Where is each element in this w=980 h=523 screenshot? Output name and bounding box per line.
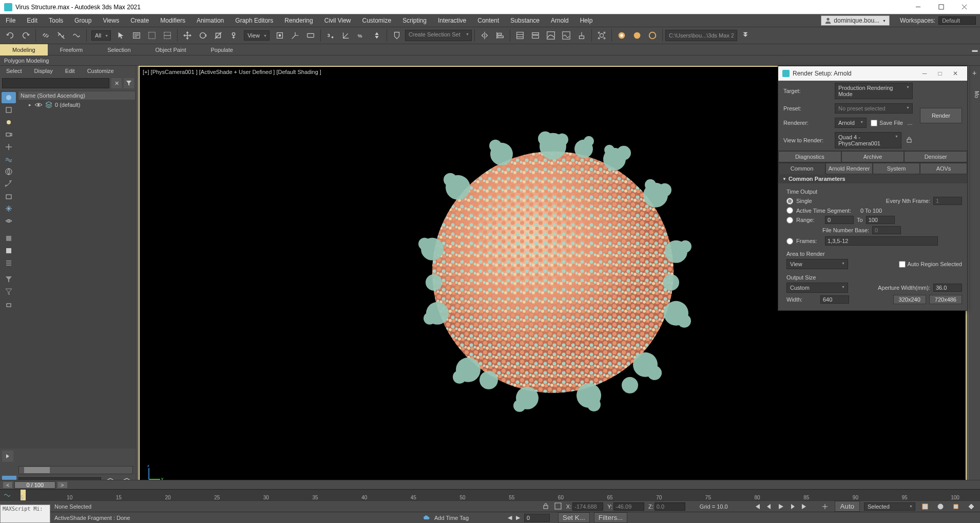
material-editor-button[interactable] <box>574 28 589 43</box>
filter-all-icon[interactable] <box>2 92 16 103</box>
target-dropdown[interactable]: Production Rendering Mode <box>835 83 913 99</box>
goto-end-button[interactable] <box>799 501 810 512</box>
y-coord-input[interactable] <box>613 502 644 511</box>
filter-none-icon[interactable] <box>2 233 16 244</box>
dialog-maximize-button[interactable]: □ <box>932 70 948 77</box>
preset-dropdown[interactable]: No preset selected <box>835 103 913 114</box>
tab-archive[interactable]: Archive <box>841 151 905 162</box>
track-next-button[interactable]: > <box>57 482 67 488</box>
selection-lock-icon[interactable] <box>2 298 16 310</box>
menu-substance[interactable]: Substance <box>505 14 545 27</box>
project-path-field[interactable] <box>665 30 737 41</box>
ribbon-minimize-button[interactable]: ▬ <box>970 45 980 54</box>
menu-group[interactable]: Group <box>69 14 97 27</box>
command-panel-collapsed[interactable]: + Mo <box>969 66 980 490</box>
area-dropdown[interactable]: View <box>786 259 848 269</box>
menu-civil-view[interactable]: Civil View <box>319 14 357 27</box>
scene-search-input[interactable] <box>2 78 109 88</box>
file-number-base-input[interactable] <box>872 226 901 234</box>
next-frame-button[interactable] <box>787 501 798 512</box>
rollout-common-parameters[interactable]: Common Parameters <box>778 174 967 183</box>
tab-denoiser[interactable]: Denoiser <box>904 151 967 162</box>
placement-button[interactable] <box>226 28 241 43</box>
play-expand-button[interactable] <box>2 451 13 462</box>
pivot-center-button[interactable] <box>273 28 287 43</box>
width-input[interactable] <box>820 295 849 304</box>
render-setup-button[interactable] <box>594 28 609 43</box>
spinner-snap-button[interactable] <box>370 28 384 43</box>
timeline-nav-left[interactable]: ◀ <box>508 514 512 521</box>
toggle-ribbon-button[interactable] <box>528 28 543 43</box>
menu-arnold[interactable]: Arnold <box>545 14 574 27</box>
auto-region-checkbox[interactable]: Auto Region Selected <box>899 261 962 268</box>
prev-frame-button[interactable] <box>763 501 775 512</box>
menu-content[interactable]: Content <box>472 14 505 27</box>
filter-frozen-icon[interactable] <box>2 203 16 214</box>
filter-container-icon[interactable] <box>2 191 16 202</box>
more-button[interactable]: … <box>907 120 913 126</box>
radio-active-segment[interactable] <box>786 207 793 214</box>
maximize-button[interactable] <box>930 0 953 14</box>
align-button[interactable] <box>493 28 507 43</box>
rotate-button[interactable] <box>196 28 210 43</box>
preset-320x240-button[interactable]: 320x240 <box>893 295 926 304</box>
filter-spacewarp-icon[interactable] <box>2 154 16 165</box>
cloud-icon[interactable] <box>422 513 430 522</box>
tab-aovs[interactable]: AOVs <box>920 163 967 174</box>
scene-tab-display[interactable]: Display <box>28 66 59 76</box>
render-prod-button[interactable] <box>645 28 660 43</box>
link-button[interactable] <box>39 28 53 43</box>
lock-view-icon[interactable] <box>906 136 913 144</box>
filter-invert-icon[interactable] <box>2 245 16 256</box>
filter-helper-icon[interactable] <box>2 141 16 153</box>
unlink-button[interactable] <box>54 28 68 43</box>
ribbon-tab-populate[interactable]: Populate <box>198 44 245 55</box>
angle-snap-button[interactable] <box>339 28 353 43</box>
funnel2-icon[interactable] <box>2 286 16 297</box>
expand-toolbar-button[interactable] <box>738 28 753 43</box>
menu-scripting[interactable]: Scripting <box>397 14 432 27</box>
menu-file[interactable]: File <box>0 14 21 27</box>
menu-views[interactable]: Views <box>97 14 125 27</box>
scene-tab-customize[interactable]: Customize <box>81 66 120 76</box>
keyboard-shortcut-button[interactable] <box>303 28 318 43</box>
menu-edit[interactable]: Edit <box>21 14 43 27</box>
set-key-button[interactable]: Set K... <box>558 512 590 523</box>
view-to-render-dropdown[interactable]: Quad 4 - PhysCamera001 <box>835 132 901 148</box>
save-file-checkbox[interactable]: Save File <box>871 120 903 126</box>
isolate-icon[interactable] <box>554 502 562 511</box>
maxscript-mini-listener[interactable]: MAXScript Mi: <box>0 505 50 523</box>
user-account[interactable]: dominique.bou...▼ <box>821 15 890 26</box>
menu-modifiers[interactable]: Modifiers <box>155 14 191 27</box>
move-button[interactable] <box>180 28 195 43</box>
timeline[interactable]: 5101520253035404550556065707580859095100 <box>0 489 980 500</box>
nth-frame-input[interactable] <box>933 197 962 205</box>
close-button[interactable] <box>953 0 976 14</box>
funnel-icon[interactable] <box>2 274 16 285</box>
menu-graph-editors[interactable]: Graph Editors <box>229 14 279 27</box>
menu-tools[interactable]: Tools <box>43 14 69 27</box>
radio-frames[interactable] <box>786 238 793 245</box>
selection-set-dropdown[interactable]: Create Selection Set <box>405 30 472 41</box>
render-button[interactable] <box>630 28 644 43</box>
filter-hidden-icon[interactable] <box>2 215 16 227</box>
goto-start-button[interactable] <box>752 501 763 512</box>
reference-coord-dropdown[interactable]: View <box>244 30 270 41</box>
filter-light-icon[interactable] <box>2 117 16 128</box>
curve-editor-button[interactable] <box>544 28 558 43</box>
z-coord-input[interactable] <box>655 502 685 511</box>
auto-key-button[interactable]: Auto <box>835 501 860 512</box>
nav-icon-4[interactable] <box>966 501 977 512</box>
nav-icon-3[interactable] <box>950 501 962 512</box>
radio-single[interactable] <box>786 198 793 204</box>
ribbon-tab-freeform[interactable]: Freeform <box>48 44 95 55</box>
scene-h-scroll[interactable] <box>18 466 133 474</box>
menu-customize[interactable]: Customize <box>357 14 397 27</box>
dialog-minimize-button[interactable]: ─ <box>917 70 932 77</box>
filter-group-icon[interactable] <box>2 166 16 177</box>
nav-icon-1[interactable] <box>919 501 931 512</box>
play-button[interactable] <box>775 501 786 512</box>
aperture-input[interactable] <box>933 284 962 292</box>
mirror-button[interactable] <box>477 28 492 43</box>
percent-snap-button[interactable]: % <box>354 28 369 43</box>
